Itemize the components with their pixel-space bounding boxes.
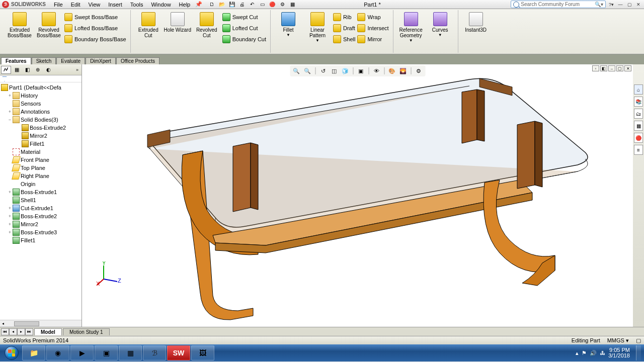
search-box[interactable]: Search Community Forum 🔍▾ <box>511 1 606 8</box>
tree-node[interactable]: Origin <box>0 180 82 188</box>
tree-node[interactable]: Front Plane <box>0 156 82 164</box>
swept-boss-button[interactable]: Swept Boss/Base <box>63 13 127 21</box>
fillet-button[interactable]: Fillet▼ <box>274 10 303 37</box>
reference-geometry-button[interactable]: Reference Geometry▼ <box>396 10 426 43</box>
taskbar-app1-icon[interactable]: ▣ <box>95 345 118 360</box>
tree-node[interactable]: −Solid Bodies(3) <box>0 116 82 124</box>
tray-network-icon[interactable]: 🖧 <box>600 350 605 356</box>
tray-volume-icon[interactable]: 🔊 <box>590 350 597 356</box>
tree-tab-display-icon[interactable]: ◐ <box>43 66 53 74</box>
menu-window[interactable]: Window <box>148 1 174 8</box>
tree-twisty-icon[interactable]: + <box>7 109 13 114</box>
tree-node[interactable]: Mirror2 <box>0 132 82 140</box>
tray-flag-icon[interactable]: ⚑ <box>582 350 587 356</box>
menu-file[interactable]: File <box>51 1 66 8</box>
tree-twisty-icon[interactable]: + <box>7 230 13 235</box>
tree-node[interactable]: Top Plane <box>0 164 82 172</box>
revolved-boss-button[interactable]: Revolved Boss/Base <box>34 10 63 38</box>
tab-nav-prev-icon[interactable]: ◂ <box>9 328 17 335</box>
tp-file-explorer-icon[interactable]: 🗂 <box>634 109 643 119</box>
wrap-button[interactable]: Wrap <box>356 13 389 21</box>
tree-twisty-icon[interactable]: + <box>7 206 13 211</box>
taskbar-preview-icon[interactable]: 🖼 <box>191 345 214 360</box>
draft-button[interactable]: Draft <box>332 24 356 32</box>
intersect-button[interactable]: Intersect <box>356 24 389 32</box>
pushpin-icon[interactable]: 📌 <box>195 1 202 8</box>
menu-help[interactable]: Help <box>176 1 194 8</box>
print-icon[interactable]: 🖨 <box>237 1 247 8</box>
bottom-tab-model[interactable]: Model <box>34 328 62 335</box>
tab-evaluate[interactable]: Evaluate <box>56 57 85 64</box>
taskbar-media-icon[interactable]: ▶ <box>70 345 94 360</box>
taskbar-app2-icon[interactable]: ▦ <box>119 345 142 360</box>
tp-resources-icon[interactable]: ⌂ <box>634 84 643 95</box>
rib-button[interactable]: Rib <box>332 13 356 21</box>
tray-show-hidden-icon[interactable]: ▴ <box>576 350 579 356</box>
menu-view[interactable]: View <box>86 1 104 8</box>
tree-node[interactable]: Sensors <box>0 100 82 108</box>
tree-root[interactable]: Part1 (Default<<Defa <box>0 83 82 92</box>
tree-tab-config-icon[interactable]: ◧ <box>22 66 32 74</box>
tree-twisty-icon[interactable]: + <box>7 214 13 219</box>
undo-icon[interactable]: ↶ <box>248 1 257 8</box>
tree-tab-feature-icon[interactable]: 🗲 <box>1 66 11 74</box>
help-dropdown-icon[interactable]: ?▾ <box>608 1 615 8</box>
lofted-cut-button[interactable]: Lofted Cut <box>221 24 267 32</box>
tree-expand-icon[interactable]: » <box>76 67 80 72</box>
tree-node[interactable]: Fillet1 <box>0 140 82 148</box>
close-icon[interactable]: ✕ <box>635 1 642 8</box>
shell-button[interactable]: Shell <box>332 35 356 43</box>
extruded-cut-button[interactable]: Extruded Cut <box>134 10 163 38</box>
show-desktop-button[interactable] <box>636 345 641 360</box>
search-dropdown-icon[interactable]: 🔍▾ <box>595 2 603 7</box>
boundary-boss-button[interactable]: Boundary Boss/Base <box>63 35 127 43</box>
instant3d-button[interactable]: Instant3D <box>461 10 491 33</box>
tab-sketch[interactable]: Sketch <box>32 57 56 64</box>
swept-cut-button[interactable]: Swept Cut <box>221 13 267 21</box>
boundary-cut-button[interactable]: Boundary Cut <box>221 35 267 43</box>
start-button[interactable] <box>2 345 21 360</box>
mirror-button[interactable]: Mirror <box>356 35 389 43</box>
tab-nav-first-icon[interactable]: ⏮ <box>1 328 9 335</box>
bottom-tab-motion-study[interactable]: Motion Study 1 <box>63 328 110 335</box>
taskbar-sw-red-icon[interactable]: SW <box>167 345 190 360</box>
tree-node[interactable]: +Annotations <box>0 108 82 116</box>
tp-appearances-icon[interactable]: 🔴 <box>634 133 643 143</box>
status-units[interactable]: MMGS ▾ <box>607 337 629 344</box>
tree-twisty-icon[interactable]: + <box>7 222 13 227</box>
tree-node[interactable]: +Cut-Extrude1 <box>0 204 82 212</box>
tree-tab-property-icon[interactable]: ▦ <box>12 66 22 74</box>
menu-insert[interactable]: Insert <box>105 1 125 8</box>
tp-design-library-icon[interactable]: 📚 <box>634 97 643 107</box>
save-icon[interactable]: 💾 <box>227 1 236 8</box>
tp-custom-props-icon[interactable]: ≡ <box>634 145 643 155</box>
tree-h-scrollbar[interactable]: ◂ <box>0 320 82 327</box>
tree-twisty-icon[interactable]: + <box>7 190 13 195</box>
minimize-icon[interactable]: — <box>617 1 624 8</box>
tree-node[interactable]: Right Plane <box>0 172 82 180</box>
linear-pattern-button[interactable]: Linear Pattern▼ <box>303 10 332 43</box>
tab-features[interactable]: Features <box>1 57 31 64</box>
tree-node[interactable]: +Mirror2 <box>0 220 82 228</box>
graphics-area[interactable]: 🔍 🔍 ↺ ◫ 🧊 ▣ 👁 🎨 🌄 ⚙ ▫ ◧ – ▢ ✕ <box>82 64 633 327</box>
tree-tab-dimxpert-icon[interactable]: ⊕ <box>33 66 43 74</box>
tree-node[interactable]: Fillet1 <box>0 236 82 244</box>
tree-node[interactable]: +Boss-Extrude1 <box>0 188 82 196</box>
tab-nav-next-icon[interactable]: ▸ <box>17 328 25 335</box>
taskbar-solidworks-icon[interactable]: ℬ <box>143 345 166 360</box>
tree-filter-row[interactable] <box>0 75 82 82</box>
tree-node[interactable]: +Boss-Extrude2 <box>0 212 82 220</box>
hole-wizard-button[interactable]: Hole Wizard <box>163 10 192 33</box>
tab-dimxpert[interactable]: DimXpert <box>86 57 116 64</box>
lofted-boss-button[interactable]: Lofted Boss/Base <box>63 24 127 32</box>
open-icon[interactable]: 📂 <box>217 1 226 8</box>
tray-clock[interactable]: 9:05 PM 3/1/2018 <box>608 347 630 358</box>
tab-nav-last-icon[interactable]: ⏭ <box>25 328 33 335</box>
tree-node[interactable]: +Boss-Extrude3 <box>0 228 82 236</box>
status-extra-icon[interactable]: ▢ <box>636 337 641 344</box>
curves-button[interactable]: Curves▼ <box>426 10 455 37</box>
menu-tools[interactable]: Tools <box>127 1 146 8</box>
new-icon[interactable]: 🗋 <box>207 1 216 8</box>
tp-view-palette-icon[interactable]: ▦ <box>634 121 643 131</box>
tree-node[interactable]: Material <box>0 148 82 156</box>
